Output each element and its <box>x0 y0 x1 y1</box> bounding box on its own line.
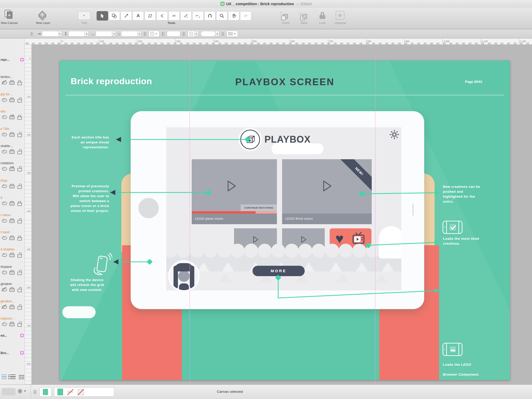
layer-item[interactable]: gination... <box>0 300 25 303</box>
lock-icon[interactable] <box>17 201 22 205</box>
layer-item[interactable]: ckgroun... <box>0 317 25 320</box>
video-card-brick-vision[interactable]: NEW! LEGO Brick vision <box>282 159 372 224</box>
layer-item[interactable]: notations <box>0 161 25 165</box>
border-stepper[interactable]: ▲▼ <box>195 31 198 37</box>
layer-item[interactable]: r menu <box>0 213 25 217</box>
fill-style-dropdown[interactable]: ▼ <box>149 31 159 37</box>
horizontal-ruler[interactable]: 01002003004005006007008009001,0001,1001,… <box>25 38 532 45</box>
grid-view-button[interactable] <box>19 375 24 379</box>
printable-icon[interactable] <box>9 80 14 84</box>
angle-tool-button[interactable] <box>156 11 168 21</box>
printable-icon[interactable] <box>9 184 14 188</box>
visibility-eye-icon[interactable] <box>2 252 7 257</box>
printable-icon[interactable] <box>9 97 14 102</box>
magnet-tool-button[interactable] <box>204 11 216 21</box>
visibility-eye-icon[interactable] <box>2 166 7 170</box>
width-input[interactable] <box>96 31 112 37</box>
lock-icon[interactable] <box>17 115 22 119</box>
printable-icon[interactable] <box>9 304 14 309</box>
x-stepper[interactable]: ▲▼ <box>58 31 62 37</box>
visibility-eye-icon[interactable] <box>2 322 7 326</box>
lock-icon[interactable] <box>17 80 22 84</box>
layer-item[interactable]: tings <box>0 179 25 182</box>
more-button[interactable]: MORE <box>252 266 305 276</box>
layer-artboard-item[interactable]: repr... <box>0 58 25 62</box>
visibility-eye-icon[interactable] <box>2 149 7 153</box>
vertical-guide[interactable] <box>375 45 375 384</box>
lock-icon[interactable] <box>17 132 22 136</box>
visibility-eye-icon[interactable] <box>2 184 7 188</box>
list-view-button[interactable] <box>2 375 7 379</box>
visibility-eye-icon[interactable] <box>2 80 7 84</box>
visibility-eye-icon[interactable] <box>2 270 7 274</box>
lock-icon[interactable] <box>17 322 22 326</box>
printable-icon[interactable] <box>9 218 14 222</box>
lock-icon[interactable] <box>17 184 22 188</box>
option-field[interactable] <box>167 31 180 37</box>
new-layer-button[interactable]: + <box>38 10 47 20</box>
drag-grip[interactable] <box>183 32 185 36</box>
visibility-eye-icon[interactable] <box>2 287 7 291</box>
ungroup-button[interactable] <box>336 11 344 20</box>
layer-artboard-item[interactable]: Bro... <box>0 351 25 355</box>
printable-icon[interactable] <box>9 149 14 153</box>
visibility-eye-icon[interactable] <box>2 132 7 136</box>
y-position-input[interactable] <box>68 31 85 37</box>
lock-icon[interactable] <box>17 166 22 170</box>
lock-icon[interactable] <box>17 149 22 153</box>
video-card-plane-vision[interactable]: CONTINUE WATCHING LEGO plane vision <box>192 159 277 224</box>
lock-icon[interactable] <box>17 218 22 222</box>
settings-gear-button[interactable]: ▼ <box>17 388 29 396</box>
drag-grip[interactable] <box>144 32 146 36</box>
layer-item[interactable]: pty for... <box>0 92 25 96</box>
front-button[interactable]: ↑ <box>280 11 290 21</box>
layer-item[interactable]: rkspace <box>0 265 25 269</box>
layer-item[interactable]: e Title <box>0 127 25 131</box>
back-button[interactable]: ↓ <box>299 11 310 21</box>
printable-icon[interactable] <box>9 270 14 274</box>
pattern-dropdown[interactable]: ▼ <box>227 31 238 37</box>
user-avatar[interactable] <box>168 260 200 290</box>
visibility-eye-icon[interactable] <box>2 304 7 309</box>
point-tool-button[interactable]: ☞ <box>240 11 251 21</box>
height-input[interactable] <box>121 31 138 37</box>
tool-dropdown[interactable]: ▼ <box>78 11 90 20</box>
shapes-tool-button[interactable] <box>109 11 120 21</box>
layer-item[interactable]: d <box>0 196 25 200</box>
pen-tool-button[interactable] <box>121 11 132 21</box>
printable-icon[interactable] <box>9 166 14 170</box>
style-presets[interactable] <box>54 387 114 397</box>
drag-grip[interactable] <box>34 390 36 394</box>
lock-icon[interactable] <box>17 287 22 291</box>
printable-icon[interactable] <box>9 287 14 291</box>
visibility-eye-icon[interactable] <box>2 201 7 205</box>
lock-icon[interactable] <box>17 270 22 274</box>
lock-icon[interactable] <box>17 252 22 257</box>
width-stepper[interactable]: ▲▼ <box>112 31 116 37</box>
printable-icon[interactable] <box>9 252 14 257</box>
text-tool-button[interactable]: A <box>132 11 144 21</box>
x-position-input[interactable] <box>42 31 58 37</box>
lock-icon[interactable] <box>17 304 22 309</box>
layer-item[interactable]: d shadow <box>0 248 25 251</box>
lock-button[interactable] <box>319 11 326 20</box>
layer-item[interactable]: t hand <box>0 230 25 234</box>
settings-gear-icon[interactable] <box>389 129 400 140</box>
printable-icon[interactable] <box>9 132 14 136</box>
vertical-guide[interactable] <box>190 45 190 384</box>
printable-icon[interactable] <box>9 235 14 240</box>
visibility-eye-icon[interactable] <box>2 115 7 119</box>
canvas-viewport[interactable]: Brick reproduction PLAYBOX SCREEN Page 2… <box>32 45 532 384</box>
bottom-left-button[interactable] <box>2 388 16 395</box>
new-canvas-button[interactable]: + <box>5 10 14 20</box>
layer-item[interactable]: gination <box>0 282 25 286</box>
zoom-tool-button[interactable] <box>216 11 228 21</box>
printable-icon[interactable] <box>9 322 14 326</box>
visibility-eye-icon[interactable] <box>2 218 7 222</box>
playbox-logo[interactable] <box>239 129 261 150</box>
lock-icon[interactable] <box>17 235 22 240</box>
slice-tool-button[interactable]: ✂ <box>192 11 204 21</box>
border-width-stepper[interactable]: ▲▼ <box>216 31 219 37</box>
layer-artboard-item[interactable]: ed... <box>0 334 25 337</box>
layer-item[interactable]: des <box>0 110 25 113</box>
